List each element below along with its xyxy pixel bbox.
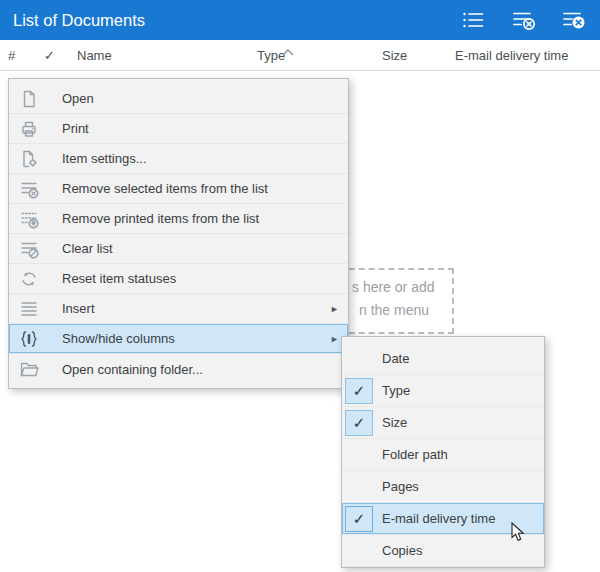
submenu-item-email-delivery-time[interactable]: ✓ E-mail delivery time <box>342 503 544 535</box>
dropzone-text-line2: n the menu <box>359 302 429 318</box>
menu-item-remove-selected[interactable]: Remove selected items from the list <box>9 174 348 204</box>
submenu-item-folder-path[interactable]: Folder path <box>342 439 544 471</box>
submenu-item-type[interactable]: ✓ Type <box>342 375 544 407</box>
submenu-item-label: Folder path <box>373 447 448 462</box>
menu-item-label: Insert <box>49 301 95 316</box>
submenu-arrow-icon: ► <box>330 304 348 314</box>
titlebar-actions <box>458 8 588 32</box>
dropzone-text-line1: s here or add <box>352 279 435 295</box>
check-icon: ✓ <box>345 378 373 404</box>
menu-item-open[interactable]: Open <box>9 84 348 114</box>
column-header-size[interactable]: Size <box>382 40 407 71</box>
document-settings-icon <box>9 149 49 169</box>
checkbox-unchecked <box>345 346 373 372</box>
menu-item-clear-list[interactable]: Clear list <box>9 234 348 264</box>
submenu-item-size[interactable]: ✓ Size <box>342 407 544 439</box>
submenu-item-date[interactable]: Date <box>342 343 544 375</box>
submenu-item-label: Type <box>373 383 410 398</box>
submenu-item-pages[interactable]: Pages <box>342 471 544 503</box>
checkbox-unchecked <box>345 474 373 500</box>
menu-item-insert[interactable]: Insert ► <box>9 294 348 324</box>
page-title: List of Documents <box>13 11 145 30</box>
column-header-name[interactable]: Name <box>77 40 112 71</box>
checkbox-unchecked <box>345 538 373 564</box>
menu-item-label: Item settings... <box>49 151 147 166</box>
app-window: { "colors": { "titlebar_bg": "#1979D2", … <box>0 0 600 572</box>
list-clear-icon <box>9 239 49 259</box>
column-header-email-delivery-time[interactable]: E-mail delivery time <box>455 40 568 71</box>
list-remove-printed-icon <box>9 209 49 229</box>
menu-item-label: Show/hide columns <box>49 331 175 346</box>
list-remove-icon <box>9 179 49 199</box>
submenu-item-label: Size <box>373 415 407 430</box>
menu-item-show-hide-columns[interactable]: Show/hide columns ► <box>9 324 348 354</box>
menu-item-label: Print <box>49 121 89 136</box>
menu-item-item-settings[interactable]: Item settings... <box>9 144 348 174</box>
table-header-row: # ✓ Name Type Size E-mail delivery time <box>0 40 600 71</box>
reset-icon <box>9 269 49 289</box>
menu-item-label: Open containing folder... <box>49 362 203 377</box>
menu-item-label: Remove printed items from the list <box>49 211 259 226</box>
menu-item-print[interactable]: Print <box>9 114 348 144</box>
folder-icon <box>9 359 49 379</box>
menu-item-reset-statuses[interactable]: Reset item statuses <box>9 264 348 294</box>
column-header-check[interactable]: ✓ <box>44 40 55 71</box>
clear-list-icon[interactable] <box>558 8 588 32</box>
submenu-item-copies[interactable]: Copies <box>342 535 544 567</box>
submenu-item-label: Copies <box>373 543 422 558</box>
submenu-item-label: E-mail delivery time <box>373 511 495 526</box>
remove-selected-items-icon[interactable] <box>508 8 538 32</box>
sort-ascending-icon <box>282 42 294 60</box>
menu-item-label: Open <box>49 91 94 106</box>
menu-item-open-containing-folder[interactable]: Open containing folder... <box>9 354 348 384</box>
column-header-number[interactable]: # <box>8 40 15 71</box>
check-icon: ✓ <box>345 410 373 436</box>
list-insert-icon <box>9 299 49 319</box>
menu-item-label: Clear list <box>49 241 113 256</box>
document-icon <box>9 89 49 109</box>
titlebar: List of Documents <box>0 0 600 40</box>
insert-list-icon[interactable] <box>458 8 488 32</box>
context-menu: Open Print Item settings... <box>8 78 349 389</box>
columns-submenu: Date ✓ Type ✓ Size Folder path Pages ✓ E… <box>341 336 545 568</box>
column-header-type[interactable]: Type <box>257 40 285 71</box>
columns-icon <box>9 329 49 349</box>
menu-item-label: Reset item statuses <box>49 271 176 286</box>
menu-item-remove-printed[interactable]: Remove printed items from the list <box>9 204 348 234</box>
submenu-item-label: Date <box>373 351 409 366</box>
menu-item-label: Remove selected items from the list <box>49 181 268 196</box>
check-icon: ✓ <box>345 506 373 532</box>
printer-icon <box>9 119 49 139</box>
submenu-item-label: Pages <box>373 479 419 494</box>
checkbox-unchecked <box>345 442 373 468</box>
